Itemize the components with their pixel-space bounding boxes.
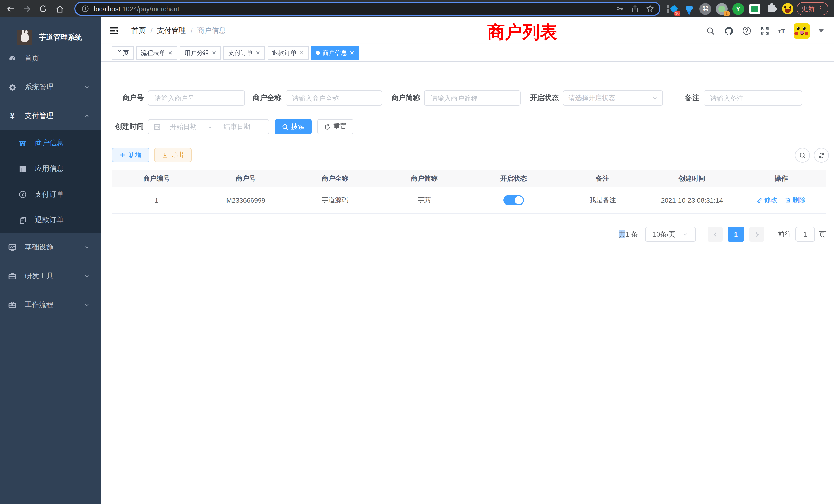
merchant-table: 商户编号 商户号 商户全称 商户简称 开启状态 备注 创建时间 操作 1 M23… bbox=[112, 170, 826, 213]
search-icon bbox=[799, 152, 806, 159]
font-size-icon[interactable]: ᴛT bbox=[778, 27, 785, 35]
avatar-caret-icon[interactable] bbox=[818, 29, 824, 32]
sidebar-item-workflow[interactable]: 工作流程 bbox=[0, 291, 101, 319]
col-header-merchant-no: 商户号 bbox=[201, 174, 291, 183]
prev-page-button[interactable] bbox=[708, 227, 723, 242]
github-icon[interactable] bbox=[724, 26, 733, 36]
goto-page-input[interactable] bbox=[795, 227, 815, 242]
short-name-input[interactable] bbox=[424, 90, 521, 106]
browser-reload-icon[interactable] bbox=[37, 3, 49, 15]
download-icon bbox=[162, 152, 168, 158]
cell-create-time: 2021-10-23 08:31:14 bbox=[647, 196, 737, 204]
address-bar[interactable]: localhost:1024/pay/merchant bbox=[74, 2, 660, 16]
next-page-button[interactable] bbox=[749, 227, 764, 242]
browser-home-icon[interactable] bbox=[53, 3, 66, 15]
end-date-placeholder[interactable]: 结束日期 bbox=[219, 122, 256, 131]
browser-profile-avatar[interactable] bbox=[782, 3, 793, 15]
extension-diamond-icon[interactable]: 10 bbox=[666, 3, 678, 15]
browser-menu-icon[interactable]: ⋮ bbox=[817, 5, 824, 12]
screen: localhost:1024/pay/merchant 10 ⌘ bbox=[0, 0, 834, 504]
show-search-toggle-button[interactable] bbox=[795, 148, 810, 163]
tab-merchant-info[interactable]: 商户信息✕ bbox=[311, 46, 359, 59]
cell-short-name: 芋艿 bbox=[380, 196, 469, 205]
plus-icon bbox=[120, 152, 126, 158]
breadcrumb-home[interactable]: 首页 bbox=[131, 26, 146, 36]
sidebar-item-system[interactable]: 系统管理 bbox=[0, 73, 101, 101]
search-button[interactable]: 搜索 bbox=[275, 119, 312, 135]
grid-icon bbox=[19, 165, 27, 173]
status-select[interactable]: 请选择开启状态 bbox=[563, 90, 663, 106]
start-date-placeholder[interactable]: 开始日期 bbox=[165, 122, 202, 131]
sidebar-item-pay[interactable]: ¥ 支付管理 bbox=[0, 101, 101, 130]
add-button[interactable]: 新增 bbox=[112, 148, 150, 162]
user-avatar[interactable] bbox=[794, 23, 810, 39]
sidebar-fold-icon[interactable] bbox=[109, 26, 119, 36]
tab-process-form[interactable]: 流程表单✕ bbox=[136, 46, 177, 59]
fullscreen-icon[interactable] bbox=[760, 26, 769, 36]
close-icon[interactable]: ✕ bbox=[350, 46, 354, 59]
site-info-icon[interactable] bbox=[82, 5, 89, 12]
extension-y-icon[interactable]: Y bbox=[732, 3, 744, 15]
tab-home[interactable]: 首页 bbox=[112, 46, 133, 59]
full-name-input[interactable] bbox=[286, 90, 382, 106]
tags-view: 首页 流程表单✕ 用户分组✕ 支付订单✕ 退款订单✕ 商户信息✕ bbox=[101, 44, 834, 62]
close-icon[interactable]: ✕ bbox=[256, 46, 260, 59]
refresh-icon bbox=[324, 123, 331, 130]
reset-button[interactable]: 重置 bbox=[317, 119, 353, 135]
edit-link[interactable]: 修改 bbox=[756, 196, 777, 205]
extensions-puzzle-icon[interactable] bbox=[765, 3, 777, 15]
shop-icon bbox=[19, 139, 27, 147]
merchant-no-input[interactable] bbox=[148, 90, 245, 106]
page-size-select[interactable]: 10条/页 bbox=[645, 227, 696, 242]
bookmark-star-icon[interactable] bbox=[646, 5, 654, 13]
create-time-range-picker[interactable]: 开始日期 - 结束日期 bbox=[148, 119, 269, 135]
sidebar-item-dev-tools[interactable]: 研发工具 bbox=[0, 262, 101, 291]
extension-doc-icon[interactable] bbox=[749, 3, 761, 15]
close-icon[interactable]: ✕ bbox=[212, 46, 216, 59]
share-icon[interactable] bbox=[631, 5, 639, 13]
filter-label-merchant-no: 商户号 bbox=[112, 93, 148, 102]
sidebar-submenu-pay: 商户信息 应用信息 支付订单 bbox=[0, 130, 101, 233]
yen-circle-icon bbox=[19, 190, 27, 199]
chevron-left-icon bbox=[712, 231, 718, 237]
page-number-1[interactable]: 1 bbox=[728, 227, 744, 242]
app-window: 芋道管理系统 首页 系统管理 ¥ bbox=[0, 18, 834, 504]
extension-recorder-icon[interactable]: 1 bbox=[716, 3, 728, 15]
documents-icon bbox=[19, 216, 27, 224]
export-button[interactable]: 导出 bbox=[154, 148, 192, 162]
search-icon[interactable] bbox=[706, 26, 715, 36]
browser-chrome: localhost:1024/pay/merchant 10 ⌘ bbox=[0, 0, 834, 18]
sidebar-item-app-info[interactable]: 应用信息 bbox=[0, 156, 101, 182]
sidebar-item-home[interactable]: 首页 bbox=[0, 44, 101, 73]
sidebar-item-refund-order[interactable]: 退款订单 bbox=[0, 207, 101, 233]
extension-pin-icon[interactable] bbox=[683, 3, 695, 15]
tab-user-group[interactable]: 用户分组✕ bbox=[180, 46, 221, 59]
browser-update-button[interactable]: 更新 ⋮ bbox=[796, 2, 828, 16]
yen-icon: ¥ bbox=[8, 112, 17, 120]
chevron-up-icon bbox=[84, 113, 90, 119]
browser-back-icon[interactable] bbox=[4, 3, 17, 15]
sidebar-item-merchant-info[interactable]: 商户信息 bbox=[0, 130, 101, 156]
status-toggle[interactable] bbox=[503, 195, 524, 205]
refresh-table-button[interactable] bbox=[814, 148, 829, 163]
select-caret-icon bbox=[682, 231, 688, 237]
chevron-right-icon bbox=[754, 231, 760, 237]
close-icon[interactable]: ✕ bbox=[168, 46, 173, 59]
sidebar-item-infra[interactable]: 基础设施 bbox=[0, 233, 101, 262]
browser-forward-icon[interactable] bbox=[21, 3, 33, 15]
table-row: 1 M233666999 芋道源码 芋艿 我是备注 2021-10-23 08:… bbox=[112, 187, 826, 213]
url-text: localhost:1024/pay/merchant bbox=[94, 5, 179, 13]
help-icon[interactable] bbox=[742, 26, 751, 36]
col-header-merchant-id: 商户编号 bbox=[112, 174, 201, 183]
breadcrumb-pay[interactable]: 支付管理 bbox=[157, 26, 186, 36]
tab-refund-order[interactable]: 退款订单✕ bbox=[267, 46, 308, 59]
col-header-status: 开启状态 bbox=[469, 174, 558, 183]
password-key-icon[interactable] bbox=[616, 5, 624, 13]
close-icon[interactable]: ✕ bbox=[299, 46, 304, 59]
delete-link[interactable]: 删除 bbox=[785, 196, 806, 205]
remark-input[interactable] bbox=[704, 90, 802, 106]
tab-pay-order[interactable]: 支付订单✕ bbox=[224, 46, 265, 59]
dashboard-icon bbox=[8, 54, 17, 63]
extension-command-icon[interactable]: ⌘ bbox=[699, 3, 711, 15]
sidebar-item-pay-order[interactable]: 支付订单 bbox=[0, 182, 101, 207]
